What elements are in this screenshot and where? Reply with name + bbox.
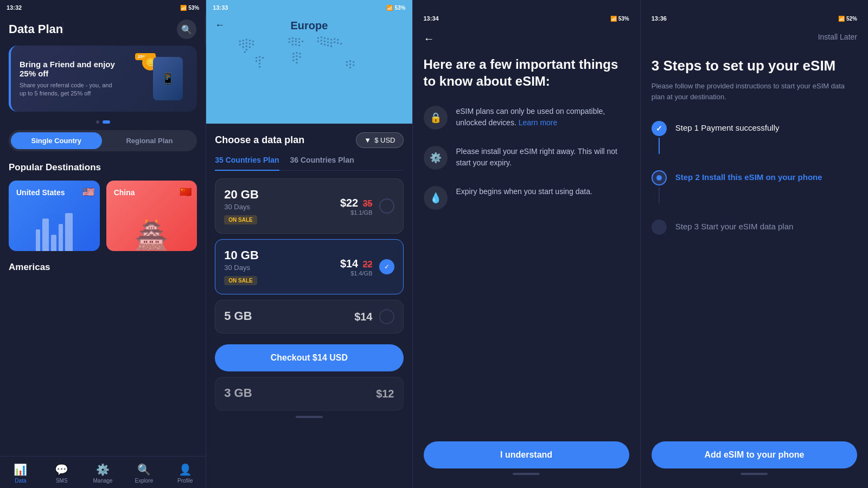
- manage-nav-icon: ⚙️: [96, 463, 110, 476]
- building-3: [51, 235, 56, 251]
- status-icons-1: 📶 53%: [180, 5, 199, 11]
- svg-rect-60: [259, 63, 260, 65]
- esim-info-text-1: eSIM plans can only be used on compatibl…: [456, 106, 629, 129]
- us-flag-icon: 🇺🇸: [82, 186, 94, 198]
- back-button-2[interactable]: ←: [215, 20, 225, 31]
- svg-rect-10: [242, 47, 244, 48]
- gear-icon: ⚙️: [430, 152, 442, 164]
- status-icons-3: 📶 53%: [610, 16, 629, 22]
- plan-3gb-label: 3 GB: [224, 386, 252, 400]
- svg-rect-33: [337, 39, 339, 41]
- svg-rect-17: [295, 38, 297, 40]
- step-1-circle: ✓: [652, 121, 667, 136]
- step-2-line: [659, 187, 660, 203]
- svg-rect-50: [296, 55, 298, 57]
- time-2: 13:33: [213, 4, 228, 11]
- plan-card-5gb[interactable]: 5 GB $14: [215, 300, 403, 333]
- learn-more-link[interactable]: Learn more: [519, 118, 558, 127]
- nav-profile[interactable]: 👤 Profile: [164, 461, 206, 486]
- esim-info-item-3: 💧 Expiry begins when you start using dat…: [424, 186, 629, 210]
- tab-35-countries[interactable]: 35 Countries Plan: [215, 156, 279, 171]
- svg-rect-19: [289, 41, 290, 43]
- single-country-tab[interactable]: Single Country: [11, 132, 102, 149]
- install-later-button[interactable]: Install Later: [652, 33, 857, 41]
- nav-sms[interactable]: 💬 SMS: [41, 461, 82, 486]
- plan-20gb-per-gb: $1.1/GB: [340, 209, 373, 216]
- profile-nav-label: Profile: [177, 478, 193, 484]
- currency-selector[interactable]: ▼ $ USD: [356, 132, 403, 148]
- plan-10gb-label: 10 GB: [224, 248, 259, 262]
- svg-rect-32: [334, 38, 335, 40]
- svg-rect-57: [262, 57, 264, 59]
- svg-rect-64: [353, 61, 354, 63]
- svg-rect-58: [256, 60, 257, 62]
- dot-2-active: [103, 120, 110, 124]
- plan-20gb-sale-badge: ON SALE: [224, 215, 257, 224]
- status-icons-4: 📶 52%: [838, 16, 857, 22]
- tab-36-countries[interactable]: 36 Countries Plan: [290, 156, 354, 171]
- plan-card-20gb[interactable]: 20 GB 30 Days ON SALE $22 35 $1.1/GB: [215, 178, 403, 234]
- time-1: 13:32: [7, 4, 22, 11]
- us-destination-card[interactable]: United States 🇺🇸: [9, 181, 100, 251]
- profile-nav-icon: 👤: [178, 463, 192, 476]
- svg-rect-55: [256, 57, 257, 59]
- svg-rect-49: [293, 56, 295, 58]
- promo-banner[interactable]: Bring a Friend and enjoy 25% off Share y…: [9, 46, 197, 112]
- svg-rect-67: [353, 65, 354, 66]
- status-bar-3: 13:34 📶 53%: [424, 11, 629, 26]
- svg-rect-62: [346, 61, 348, 63]
- plan-10gb-per-gb: $1.4/GB: [340, 270, 373, 277]
- svg-rect-25: [295, 44, 297, 46]
- nav-data[interactable]: 📊 Data: [0, 461, 41, 486]
- plan-tabs: 35 Countries Plan 36 Countries Plan: [215, 156, 403, 171]
- us-illustration: [9, 208, 100, 251]
- regional-plan-tab[interactable]: Regional Plan: [104, 132, 195, 149]
- gear-icon-wrap: ⚙️: [424, 146, 448, 170]
- svg-rect-28: [321, 36, 322, 38]
- map-header: ← Europe: [206, 15, 412, 124]
- bottom-navigation: 📊 Data 💬 SMS ⚙️ Manage 🔍 Explore 👤 Profi…: [0, 456, 206, 488]
- svg-rect-13: [246, 49, 247, 50]
- plan-10gb-radio[interactable]: ✓: [379, 259, 394, 274]
- svg-rect-7: [246, 42, 247, 44]
- understand-button[interactable]: I understand: [424, 441, 629, 468]
- steps-container: ✓ Step 1 Payment successfully Step 2 Ins…: [652, 121, 857, 431]
- plan-10gb-price: $14: [340, 258, 358, 269]
- svg-rect-8: [249, 43, 251, 44]
- step-2-circle: [652, 170, 667, 185]
- back-button-3[interactable]: ←: [424, 33, 629, 45]
- plan-5gb-price: $14: [354, 311, 372, 323]
- svg-rect-9: [252, 44, 254, 46]
- plan-card-3gb[interactable]: 3 GB $12: [215, 377, 403, 410]
- svg-rect-46: [293, 53, 295, 55]
- dots-indicator: [0, 120, 206, 124]
- add-esim-button[interactable]: Add eSIM to your phone: [652, 441, 857, 468]
- step-2-inner-dot: [656, 175, 662, 181]
- svg-rect-22: [298, 41, 300, 43]
- checkout-button[interactable]: Checkout $14 USD: [215, 344, 403, 371]
- svg-rect-36: [324, 41, 326, 42]
- cn-destination-card[interactable]: China 🇨🇳 🏯: [106, 181, 197, 251]
- svg-rect-20: [292, 41, 293, 42]
- time-4: 13:36: [652, 15, 667, 22]
- data-nav-label: Data: [15, 478, 26, 484]
- screen-esim-info: 13:34 📶 53% ← Here are a few important t…: [413, 0, 641, 488]
- svg-rect-15: [289, 38, 290, 40]
- data-nav-icon: 📊: [14, 463, 27, 476]
- step-1-line: [659, 138, 660, 154]
- search-button[interactable]: 🔍: [177, 20, 196, 39]
- cn-card-name: China: [114, 188, 135, 197]
- nav-manage[interactable]: ⚙️ Manage: [82, 461, 124, 486]
- expiry-icon: 💧: [430, 192, 442, 204]
- plan-5gb-radio[interactable]: [379, 309, 394, 324]
- svg-rect-14: [244, 52, 246, 53]
- scroll-indicator-2: [296, 416, 323, 418]
- svg-rect-66: [349, 63, 351, 65]
- search-icon: 🔍: [181, 24, 192, 35]
- svg-rect-2: [246, 39, 247, 41]
- plan-card-10gb[interactable]: 10 GB 30 Days ON SALE $14 22 $1.4/GB ✓: [215, 239, 403, 294]
- promo-description: Share your referral code - you, and up t…: [20, 81, 117, 98]
- plan-20gb-radio[interactable]: [379, 198, 394, 214]
- explore-nav-icon: 🔍: [137, 463, 151, 476]
- nav-explore[interactable]: 🔍 Explore: [124, 461, 165, 486]
